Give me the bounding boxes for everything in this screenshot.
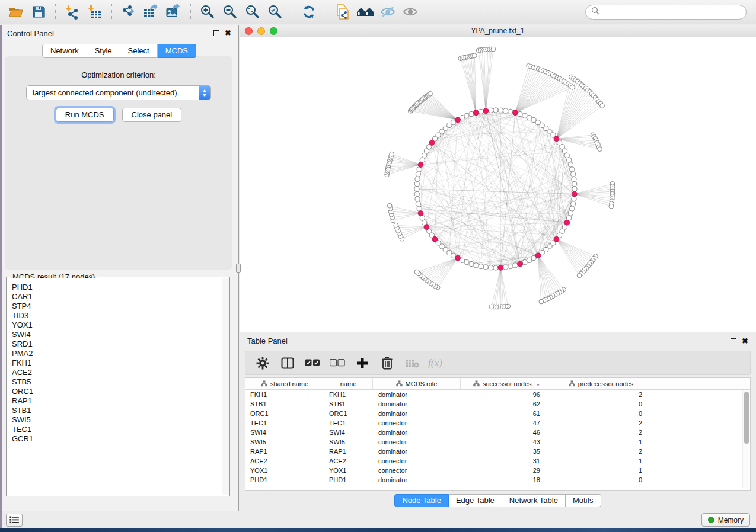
tab-mcds[interactable]: MCDS xyxy=(158,44,196,58)
float-table-panel-icon[interactable] xyxy=(731,338,736,344)
column-header-mcds-role[interactable]: MCDS role xyxy=(373,378,461,389)
column-header-predecessor-nodes[interactable]: predecessor nodes xyxy=(553,378,649,389)
mcds-result-item[interactable]: PHD1 xyxy=(12,283,222,292)
toolbar-separator xyxy=(292,4,292,20)
mcds-result-item[interactable]: STB5 xyxy=(12,377,222,387)
mcds-result-item[interactable]: TID3 xyxy=(12,311,222,321)
column-header-shared-name[interactable]: shared name xyxy=(245,378,324,389)
mcds-result-item[interactable]: TEC1 xyxy=(12,425,222,434)
show-all-icon[interactable] xyxy=(400,2,420,21)
mcds-result-item[interactable]: CAR1 xyxy=(12,292,222,302)
zoom-fit-icon[interactable] xyxy=(243,2,263,21)
close-panel-button[interactable]: Close panel xyxy=(122,108,182,122)
select-all-columns-icon[interactable] xyxy=(304,354,321,372)
hide-selected-icon[interactable] xyxy=(378,2,398,21)
table-scrollbar[interactable] xyxy=(742,390,749,488)
table-cell: YOX1 xyxy=(245,466,324,475)
table-row[interactable]: PHD1PHD1dominator180 xyxy=(245,475,750,485)
mcds-result-item[interactable]: STB1 xyxy=(12,406,222,415)
mcds-result-item[interactable]: ORC1 xyxy=(12,387,222,396)
mcds-result-item[interactable]: RAP1 xyxy=(12,396,222,406)
mcds-result-item[interactable]: SRD1 xyxy=(12,339,222,349)
delete-column-icon[interactable] xyxy=(378,354,396,372)
criterion-select[interactable]: largest connected component (undirected) xyxy=(26,85,211,100)
table-cell: dominator xyxy=(373,399,461,409)
table-cell: dominator xyxy=(373,390,461,399)
tab-select[interactable]: Select xyxy=(120,44,158,58)
save-icon[interactable] xyxy=(28,2,49,21)
table-cell: 2 xyxy=(553,418,649,428)
tab-node-table[interactable]: Node Table xyxy=(394,494,449,507)
tab-edge-table[interactable]: Edge Table xyxy=(449,494,502,507)
close-table-panel-icon[interactable]: ✖ xyxy=(742,338,748,344)
mcds-result-item[interactable]: STP4 xyxy=(12,302,222,311)
mcds-result-item[interactable]: GCR1 xyxy=(12,434,222,444)
table-row[interactable]: STB1STB1dominator620 xyxy=(245,399,750,409)
panel-splitter-handle[interactable] xyxy=(236,264,241,273)
mcds-result-item[interactable]: ACE2 xyxy=(12,368,222,377)
table-cell: SWI4 xyxy=(245,428,324,437)
table-row[interactable]: FKH1FKH1dominator962 xyxy=(245,390,750,399)
table-cell: ORC1 xyxy=(324,409,373,418)
mcds-panel: Optimization criterion: largest connecte… xyxy=(5,56,232,270)
tab-motifs[interactable]: Motifs xyxy=(566,494,601,507)
mcds-result-item[interactable]: SWI5 xyxy=(12,415,222,425)
mcds-result-item[interactable]: SWI4 xyxy=(12,330,222,339)
mcds-result-item[interactable]: PMA2 xyxy=(12,349,222,358)
first-neighbors-icon[interactable] xyxy=(355,2,375,21)
network-from-selection-icon[interactable] xyxy=(333,2,353,21)
mcds-list-scrollbar[interactable] xyxy=(222,278,229,495)
open-icon[interactable] xyxy=(6,2,26,21)
import-table-icon[interactable] xyxy=(85,2,105,21)
create-column-icon[interactable] xyxy=(353,354,371,372)
table-cell: SWI5 xyxy=(324,437,373,447)
run-mcds-button[interactable]: Run MCDS xyxy=(56,108,114,122)
tab-style[interactable]: Style xyxy=(87,44,120,58)
table-row[interactable]: RAP1RAP1dominator352 xyxy=(245,447,750,456)
column-header-successor-nodes[interactable]: successor nodes ⌄ xyxy=(461,378,553,389)
table-cell: 1 xyxy=(553,437,649,447)
tab-network[interactable]: Network xyxy=(42,44,87,58)
show-column-panel-icon[interactable] xyxy=(279,354,296,372)
zoom-selected-icon[interactable] xyxy=(265,2,285,21)
network-view[interactable] xyxy=(240,37,756,332)
table-row[interactable]: SWI5SWI5connector431 xyxy=(245,437,750,447)
search-input[interactable] xyxy=(603,8,741,17)
mcds-result-item[interactable]: FKH1 xyxy=(12,358,222,368)
close-panel-icon[interactable]: ✖ xyxy=(225,30,231,36)
refresh-layout-icon[interactable] xyxy=(299,2,319,21)
table-cell: ACE2 xyxy=(245,456,324,466)
desktop-background xyxy=(0,528,756,532)
table-cell: RAP1 xyxy=(245,447,324,456)
zoom-out-icon[interactable] xyxy=(220,2,240,21)
network-titlebar: YPA_prune.txt_1 xyxy=(240,25,756,37)
memory-button[interactable]: Memory xyxy=(701,513,750,527)
column-header-name[interactable]: name xyxy=(324,378,373,389)
export-table-icon[interactable] xyxy=(141,2,161,21)
export-network-icon[interactable] xyxy=(119,2,139,21)
mcds-result-list[interactable]: PHD1CAR1STP4TID3YOX1SWI4SRD1PMA2FKH1ACE2… xyxy=(7,278,222,495)
tab-network-table[interactable]: Network Table xyxy=(502,494,566,507)
export-image-icon[interactable] xyxy=(164,2,184,21)
table-row[interactable]: ORC1ORC1dominator610 xyxy=(245,409,750,418)
table-row[interactable]: SWI4SWI4dominator462 xyxy=(245,428,750,437)
import-network-icon[interactable] xyxy=(62,2,82,21)
table-cell: TEC1 xyxy=(324,418,373,428)
search-box[interactable] xyxy=(585,5,747,20)
table-scrollbar-thumb[interactable] xyxy=(744,392,749,444)
float-panel-icon[interactable] xyxy=(213,30,219,36)
deselect-all-columns-icon[interactable] xyxy=(328,354,346,372)
task-history-button[interactable] xyxy=(6,514,23,527)
zoom-in-icon[interactable] xyxy=(197,2,218,21)
network-canvas xyxy=(240,37,756,332)
toolbar-separator xyxy=(326,4,326,20)
table-cell: connector xyxy=(373,456,461,466)
node-table: shared name name MCDS role successor nod… xyxy=(245,377,751,491)
table-cell: 31 xyxy=(461,456,553,466)
table-row[interactable]: ACE2ACE2connector311 xyxy=(245,456,750,466)
table-row[interactable]: TEC1TEC1connector472 xyxy=(245,418,750,428)
table-row[interactable]: YOX1YOX1connector291 xyxy=(245,466,750,475)
table-settings-gear-icon[interactable] xyxy=(254,354,272,372)
mcds-result-item[interactable]: YOX1 xyxy=(12,321,222,330)
search-icon xyxy=(591,7,599,17)
